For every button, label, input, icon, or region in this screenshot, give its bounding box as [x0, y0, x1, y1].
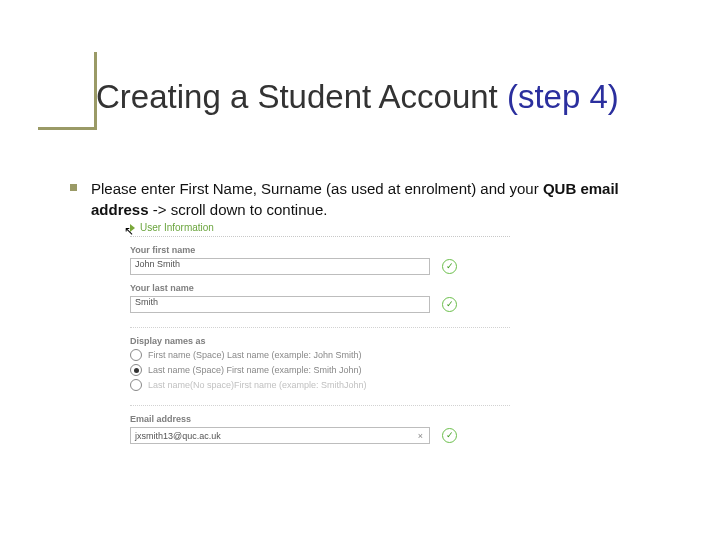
email-value: jxsmith13@quc.ac.uk	[135, 431, 221, 441]
first-name-label: Your first name	[130, 245, 510, 255]
radio-icon	[130, 379, 142, 391]
radio-label: Last name(No space)First name (example: …	[148, 380, 367, 390]
radio-icon	[130, 364, 142, 376]
cursor-icon: ↖	[124, 224, 134, 238]
check-icon: ✓	[442, 428, 457, 443]
radio-option-0[interactable]: First name (Space) Last name (example: J…	[130, 349, 510, 361]
section-header: User Information	[130, 222, 510, 237]
radio-option-1[interactable]: Last name (Space) First name (example: S…	[130, 364, 510, 376]
check-icon: ✓	[442, 297, 457, 312]
divider	[130, 405, 510, 406]
radio-option-2[interactable]: Last name(No space)First name (example: …	[130, 379, 510, 391]
form-screenshot: ↖ User Information Your first name John …	[130, 222, 510, 444]
section-title: User Information	[140, 222, 214, 233]
last-name-input[interactable]: Smith	[130, 296, 430, 313]
bullet-post: -> scroll down to continue.	[149, 201, 328, 218]
title-main: Creating a Student Account	[96, 78, 498, 115]
title-decoration-h	[38, 127, 94, 130]
clear-icon[interactable]: ×	[418, 431, 425, 441]
bullet-pre: Please enter First Name, Surname (as use…	[91, 180, 543, 197]
display-names-label: Display names as	[130, 336, 510, 346]
bullet-icon	[70, 184, 77, 191]
email-row: jxsmith13@quc.ac.uk × ✓	[130, 427, 510, 444]
bullet-item: Please enter First Name, Surname (as use…	[70, 178, 680, 220]
radio-label: First name (Space) Last name (example: J…	[148, 350, 362, 360]
bullet-text: Please enter First Name, Surname (as use…	[91, 178, 680, 220]
last-name-label: Your last name	[130, 283, 510, 293]
first-name-input[interactable]: John Smith	[130, 258, 430, 275]
email-input[interactable]: jxsmith13@quc.ac.uk ×	[130, 427, 430, 444]
radio-icon	[130, 349, 142, 361]
email-label: Email address	[130, 414, 510, 424]
bullet-list: Please enter First Name, Surname (as use…	[70, 178, 680, 220]
check-icon: ✓	[442, 259, 457, 274]
title-block: Creating a Student Account (step 4)	[38, 78, 619, 116]
title-step: (step 4)	[507, 78, 619, 115]
slide-title: Creating a Student Account (step 4)	[96, 78, 619, 116]
title-decoration-v	[94, 52, 97, 130]
divider	[130, 327, 510, 328]
first-name-row: John Smith ✓	[130, 258, 510, 275]
last-name-row: Smith ✓	[130, 296, 510, 313]
radio-label: Last name (Space) First name (example: S…	[148, 365, 362, 375]
